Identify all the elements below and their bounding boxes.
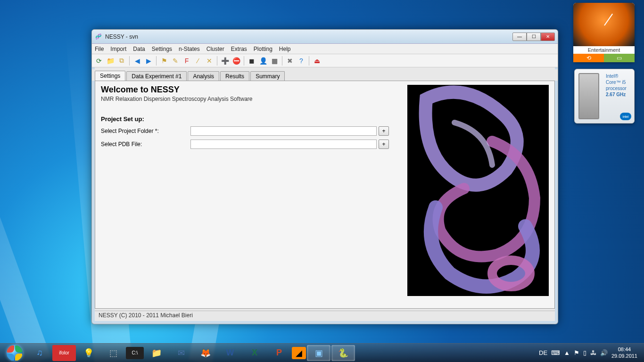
gauge-icon — [573, 3, 635, 46]
entertainment-gadget[interactable]: Entertainment ⟲▭ — [573, 3, 635, 62]
tab-summary[interactable]: Summary — [250, 71, 285, 81]
gadget-label: Entertainment — [573, 46, 635, 54]
display-icon[interactable]: ▭ — [604, 54, 635, 62]
exit-icon[interactable]: ⏏ — [312, 56, 322, 66]
cpu-chip-icon — [578, 73, 599, 119]
taskbar-virtualbox-icon[interactable]: ⬚ — [101, 345, 125, 361]
statusbar: NESSY (C) 2010 - 2011 Michael Bieri — [95, 311, 555, 321]
taskbar-explorer-icon[interactable]: 📁 — [145, 345, 168, 361]
flag-tray-icon[interactable]: ⚑ — [574, 349, 579, 356]
grid-icon[interactable]: ▦ — [269, 56, 280, 66]
taskbar-thunderbird-icon[interactable]: ✉ — [169, 345, 193, 361]
system-tray: DE ⌨ ▲ ⚑ ▯ 🖧 🔊 08:44 29.09.2011 — [539, 346, 642, 359]
menubar: FileImportDataSettingsn-StatesClusterExt… — [92, 44, 558, 54]
battery-icon[interactable]: ▯ — [583, 349, 586, 356]
back-icon[interactable]: ◀ — [132, 56, 142, 66]
volume-icon[interactable]: 🔊 — [600, 349, 608, 356]
x-icon[interactable]: ✕ — [204, 56, 215, 66]
minimize-button[interactable]: — — [512, 33, 527, 41]
menu-plotting[interactable]: Plotting — [254, 46, 272, 52]
app-icon: 🧬 — [95, 33, 102, 41]
content-pane: Welcome to NESSY NMR Relaxation Dispersi… — [95, 81, 555, 309]
start-button[interactable] — [2, 345, 27, 362]
tray-up-icon[interactable]: ▲ — [564, 349, 570, 356]
pdb-file-label: Select PDB File: — [101, 141, 190, 148]
clock[interactable]: 08:44 29.09.2011 — [611, 346, 637, 359]
project-folder-browse-button[interactable]: + — [379, 126, 389, 136]
tab-settings[interactable]: Settings — [95, 71, 125, 81]
window-title: NESSY - svn — [105, 33, 512, 40]
cpu-gadget[interactable]: Intel® Core™ i5 processor 2.67 GHz intel — [574, 69, 635, 123]
titlebar[interactable]: 🧬 NESSY - svn — ☐ ✕ — [92, 30, 558, 44]
tabbar: SettingsData Experiment #1AnalysisResult… — [92, 69, 558, 81]
f-icon[interactable]: F — [182, 56, 192, 66]
pdb-file-input[interactable] — [190, 140, 377, 149]
taskbar-app-icon[interactable]: ◢ — [292, 347, 306, 359]
power-icon[interactable]: ⟲ — [573, 54, 604, 62]
menu-data[interactable]: Data — [133, 46, 145, 52]
user-icon[interactable]: 👤 — [258, 56, 268, 66]
menu-extras[interactable]: Extras — [231, 46, 247, 52]
copy-icon[interactable]: ⧉ — [116, 56, 127, 66]
menu-n-states[interactable]: n-States — [179, 46, 200, 52]
menu-settings[interactable]: Settings — [152, 46, 172, 52]
tools-icon[interactable]: ✖ — [285, 56, 295, 66]
taskbar-itunes-icon[interactable]: ♫ — [28, 345, 51, 361]
add-icon[interactable]: ➕ — [220, 56, 230, 66]
tab-results[interactable]: Results — [220, 71, 249, 81]
toolbar-separator — [244, 56, 244, 66]
toolbar-separator — [129, 56, 130, 66]
taskbar-word-icon[interactable]: W — [218, 345, 242, 361]
taskbar-terminal-icon[interactable]: C:\ — [126, 347, 144, 359]
flag-icon[interactable]: ⚑ — [159, 56, 169, 66]
project-folder-label: Select Project Folder *: — [101, 128, 190, 134]
toolbar-separator — [217, 56, 217, 66]
taskbar-excel-icon[interactable]: X — [243, 345, 266, 361]
toolbar-separator — [156, 56, 157, 66]
taskbar-firefox-icon[interactable]: 🦊 — [194, 345, 217, 361]
network-icon[interactable]: 🖧 — [590, 349, 596, 356]
subtitle-text: NMR Relaxation Dispersion Spectroscopy A… — [101, 96, 402, 102]
protein-image — [407, 85, 549, 296]
pdb-file-browse-button[interactable]: + — [379, 140, 389, 149]
stop-icon[interactable]: ◼ — [247, 56, 257, 66]
keyboard-icon[interactable]: ⌨ — [551, 349, 560, 356]
tab-data-experiment-1[interactable]: Data Experiment #1 — [126, 71, 187, 81]
tab-analysis[interactable]: Analysis — [188, 71, 219, 81]
menu-file[interactable]: File — [95, 46, 104, 52]
taskbar-ifolor-icon[interactable]: ifolor — [52, 345, 76, 361]
maximize-button[interactable]: ☐ — [527, 33, 541, 41]
refresh-icon[interactable]: ⟳ — [94, 56, 104, 66]
taskbar-powerpoint-icon[interactable]: P — [267, 345, 291, 361]
nessy-window: 🧬 NESSY - svn — ☐ ✕ FileImportDataSettin… — [91, 29, 558, 324]
section-heading: Project Set up: — [101, 115, 402, 123]
menu-help[interactable]: Help — [279, 46, 291, 52]
taskbar-window1-icon[interactable]: ▣ — [307, 345, 330, 361]
toolbar-separator — [282, 56, 282, 66]
project-folder-input[interactable] — [190, 126, 377, 136]
remove-icon[interactable]: ⛔ — [231, 56, 241, 66]
language-indicator[interactable]: DE — [539, 349, 547, 356]
menu-import[interactable]: Import — [110, 46, 126, 52]
line-icon[interactable]: ∕ — [193, 56, 203, 66]
intel-logo-icon: intel — [620, 113, 631, 120]
forward-icon[interactable]: ▶ — [143, 56, 154, 66]
close-button[interactable]: ✕ — [541, 33, 555, 41]
toolbar-separator — [309, 56, 309, 66]
folder-icon[interactable]: 📁 — [105, 56, 116, 66]
help-icon[interactable]: ? — [296, 56, 306, 66]
toolbar: ⟳📁⧉◀▶⚑✎F∕✕➕⛔◼👤▦✖?⏏ — [92, 54, 558, 67]
welcome-heading: Welcome to NESSY — [101, 85, 402, 95]
taskbar-python-icon[interactable]: 🐍 — [331, 345, 355, 361]
taskbar: ♫ ifolor 💡 ⬚ C:\ 📁 ✉ 🦊 W X P ◢ ▣ 🐍 DE ⌨ … — [0, 343, 644, 362]
marker-icon[interactable]: ✎ — [170, 56, 181, 66]
taskbar-lamp-icon[interactable]: 💡 — [77, 345, 100, 361]
menu-cluster[interactable]: Cluster — [206, 46, 224, 52]
